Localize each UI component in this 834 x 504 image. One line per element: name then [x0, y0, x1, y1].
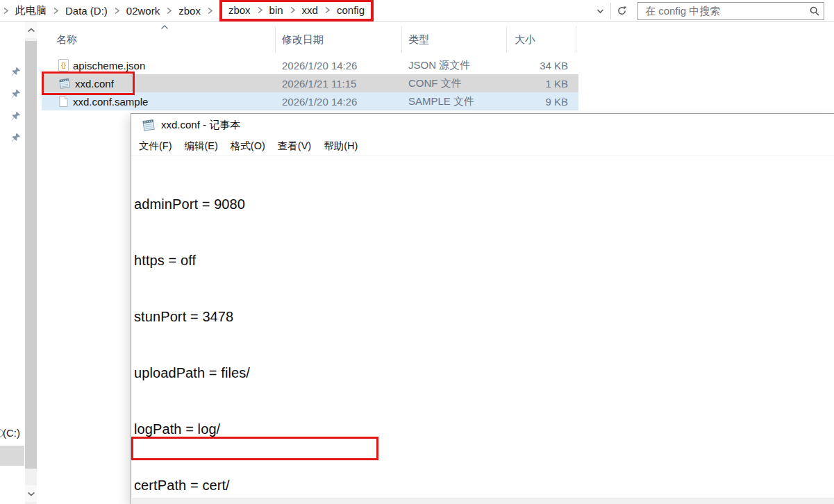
notepad-window: xxd.conf - 记事本 文件(F) 编辑(E) 格式(O) 查看(V) 帮… [131, 113, 834, 504]
menu-view[interactable]: 查看(V) [272, 136, 317, 156]
search-box[interactable] [637, 2, 824, 20]
column-header-type[interactable]: 类型 [402, 26, 507, 53]
menu-help[interactable]: 帮助(H) [317, 136, 364, 156]
notepad-menubar: 文件(F) 编辑(E) 格式(O) 查看(V) 帮助(H) [131, 136, 834, 156]
pushpin-icon [11, 67, 21, 76]
menu-format[interactable]: 格式(O) [224, 136, 272, 156]
navigation-pane: (C:) [0, 22, 40, 504]
file-row-apischeme-json[interactable]: {} apischeme.json 2026/1/20 14:26 JSON 源… [42, 56, 578, 74]
file-name[interactable]: apischeme.json [73, 60, 145, 72]
breadcrumb-item-data-d[interactable]: Data (D:) [65, 5, 108, 17]
nav-scrollbar[interactable] [25, 22, 37, 504]
scroll-down-button[interactable] [25, 485, 37, 502]
file-size: 1 KB [507, 78, 576, 90]
notepad-window-title: xxd.conf - 记事本 [161, 119, 240, 132]
notepad-horizontal-scrollbar[interactable] [132, 498, 834, 504]
file-size: 9 KB [507, 96, 576, 108]
breadcrumb-item-this-pc[interactable]: 此电脑 [15, 4, 47, 17]
notepad-text-area[interactable]: adminPort = 9080 https = off stunPort = … [132, 158, 834, 498]
config-line: certPath = cert/ [134, 476, 834, 495]
column-headers: 名称 修改日期 类型 大小 [42, 29, 578, 51]
chevron-right-icon [257, 6, 263, 14]
file-name[interactable]: xxd.conf [75, 78, 114, 90]
menu-file[interactable]: 文件(F) [133, 136, 178, 156]
search-input[interactable] [638, 5, 806, 17]
file-type: JSON 源文件 [402, 59, 507, 72]
config-line: logPath = log/ [134, 420, 834, 439]
column-name-label: 名称 [56, 33, 77, 47]
refresh-button[interactable] [612, 2, 631, 20]
file-name[interactable]: xxd.conf.sample [73, 96, 148, 108]
file-date: 2026/1/20 14:26 [276, 96, 402, 108]
nav-selected-item[interactable] [0, 446, 24, 466]
chevron-right-icon [290, 6, 296, 14]
breadcrumb-item-zbox-2[interactable]: zbox [228, 4, 251, 16]
address-divider [610, 3, 611, 19]
scrollbar-thumb[interactable] [25, 41, 37, 469]
address-dropdown-button[interactable] [591, 2, 609, 20]
chevron-right-icon [3, 7, 9, 15]
breadcrumb: 此电脑 Data (D:) 02work zbox zbox bin xxd c… [0, 4, 374, 17]
chevron-down-icon [27, 492, 35, 496]
file-row-xxd-conf[interactable]: xxd.conf 2026/1/21 11:15 CONF 文件 1 KB [42, 74, 578, 92]
json-braces: {} [61, 62, 66, 69]
column-header-date[interactable]: 修改日期 [276, 26, 402, 53]
pushpin-icon [11, 133, 21, 142]
sort-ascending-icon [160, 25, 169, 30]
plain-file-icon [58, 95, 69, 108]
column-header-name[interactable]: 名称 [42, 26, 276, 53]
json-file-icon: {} [58, 59, 69, 72]
config-line: https = off [134, 251, 834, 270]
chevron-right-icon [114, 7, 120, 15]
file-row-xxd-conf-sample[interactable]: xxd.conf.sample 2026/1/20 14:26 SAMPLE 文… [42, 92, 578, 110]
config-line: stunPort = 3478 [134, 308, 834, 326]
file-type: SAMPLE 文件 [402, 95, 507, 108]
pushpin-icon [11, 89, 21, 99]
column-header-size[interactable]: 大小 [507, 26, 576, 53]
file-type: CONF 文件 [402, 77, 507, 90]
column-size-label: 大小 [515, 33, 535, 47]
menu-edit[interactable]: 编辑(E) [178, 136, 224, 156]
breadcrumb-item-config[interactable]: config [337, 4, 365, 16]
explorer-address-bar: 此电脑 Data (D:) 02work zbox zbox bin xxd c… [0, 0, 834, 22]
config-line: uploadPath = files/ [134, 364, 834, 383]
file-size: 34 KB [507, 60, 576, 72]
file-date: 2026/1/21 11:15 [276, 78, 402, 90]
search-icon[interactable] [806, 6, 824, 16]
chevron-down-icon [597, 8, 604, 14]
file-date: 2026/1/20 14:26 [276, 60, 402, 72]
chevron-right-icon [166, 7, 172, 15]
breadcrumb-item-zbox[interactable]: zbox [178, 5, 201, 17]
breadcrumb-item-02work[interactable]: 02work [126, 5, 160, 17]
column-type-label: 类型 [408, 33, 429, 47]
annotation-box-breadcrumb: zbox bin xxd config [219, 0, 374, 22]
nav-item-drive-c[interactable]: (C:) [3, 427, 20, 439]
config-line: adminPort = 9080 [134, 195, 834, 214]
notepad-app-icon [142, 118, 156, 132]
notepad-file-icon [58, 77, 71, 90]
pushpin-icon [11, 111, 21, 121]
chevron-right-icon [53, 7, 59, 15]
notepad-titlebar[interactable]: xxd.conf - 记事本 [131, 114, 834, 136]
scroll-up-button[interactable] [25, 22, 37, 38]
chevron-right-icon [207, 7, 213, 15]
breadcrumb-item-bin[interactable]: bin [269, 4, 283, 16]
refresh-icon [617, 6, 627, 16]
chevron-up-icon [27, 28, 35, 33]
breadcrumb-item-xxd[interactable]: xxd [302, 4, 318, 16]
column-date-label: 修改日期 [282, 33, 324, 47]
chevron-right-icon [324, 6, 331, 14]
